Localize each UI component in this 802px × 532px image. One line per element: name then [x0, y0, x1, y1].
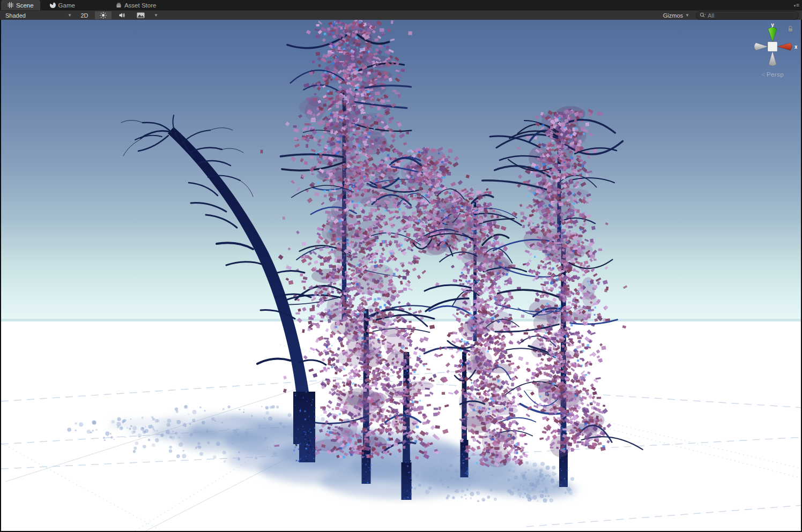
tab-asset-store[interactable]: Asset Store — [109, 0, 162, 10]
toggle-2d-button[interactable]: 2D — [76, 11, 93, 19]
axis-x-cone[interactable] — [777, 43, 792, 50]
axis-neg-cone-left[interactable] — [754, 43, 768, 50]
grid-icon — [8, 2, 13, 8]
lighting-toggle-button[interactable] — [95, 11, 112, 19]
unity-icon — [50, 2, 56, 8]
menu-icon: ≡ — [796, 2, 799, 8]
shading-mode-dropdown[interactable]: Shaded ▼ — [2, 11, 74, 19]
gizmos-label: Gizmos — [663, 12, 683, 19]
magnifier-icon — [700, 11, 706, 20]
search-input[interactable] — [708, 12, 795, 19]
audio-toggle-button[interactable] — [114, 11, 130, 19]
chevron-down-icon: ▼ — [68, 13, 72, 18]
gizmo-cube[interactable] — [768, 42, 777, 51]
axis-y-cone[interactable] — [768, 27, 777, 42]
dropdown-icon: ▾ — [794, 4, 796, 8]
tab-scene[interactable]: Scene — [1, 0, 40, 10]
unity-scene-view-window: Scene Game Asset Store ▾ ≡ Shaded ▼ — [0, 0, 802, 532]
effects-dropdown-button[interactable]: ▼ — [151, 11, 161, 19]
tab-asset-store-label: Asset Store — [124, 2, 156, 9]
scene-toolbar: Shaded ▼ 2D — [0, 10, 802, 20]
package-icon — [116, 2, 122, 8]
scene-viewport[interactable]: y x <Persp — [1, 20, 801, 531]
shading-mode-label: Shaded — [5, 12, 26, 19]
axis-neg-cone-down[interactable] — [769, 51, 776, 66]
chevron-down-icon: ▼ — [154, 13, 158, 18]
left-arrow-icon: < — [761, 71, 765, 78]
tab-game-label: Game — [58, 2, 75, 9]
scene-search-field[interactable] — [696, 11, 799, 20]
tab-bar: Scene Game Asset Store ▾ ≡ — [0, 0, 802, 10]
gizmos-dropdown[interactable]: Gizmos ▼ — [663, 12, 689, 19]
chevron-down-icon: ▼ — [685, 13, 689, 18]
axis-y-label: y — [771, 22, 774, 28]
scene-canvas[interactable] — [1, 20, 801, 531]
camera-lock-button[interactable] — [787, 25, 794, 34]
axis-x-label: x — [794, 44, 797, 50]
toggle-2d-label: 2D — [80, 12, 88, 19]
sun-icon — [100, 12, 107, 19]
open-lock-icon — [787, 25, 794, 34]
effects-toggle-button[interactable] — [132, 11, 149, 19]
window-corner-menu[interactable]: ▾ ≡ — [794, 2, 799, 8]
tab-scene-label: Scene — [16, 2, 34, 9]
image-icon — [137, 12, 145, 18]
tab-game[interactable]: Game — [43, 0, 81, 10]
projection-toggle[interactable]: <Persp — [748, 71, 797, 78]
projection-label: Persp — [767, 71, 784, 78]
speaker-icon — [118, 12, 125, 19]
